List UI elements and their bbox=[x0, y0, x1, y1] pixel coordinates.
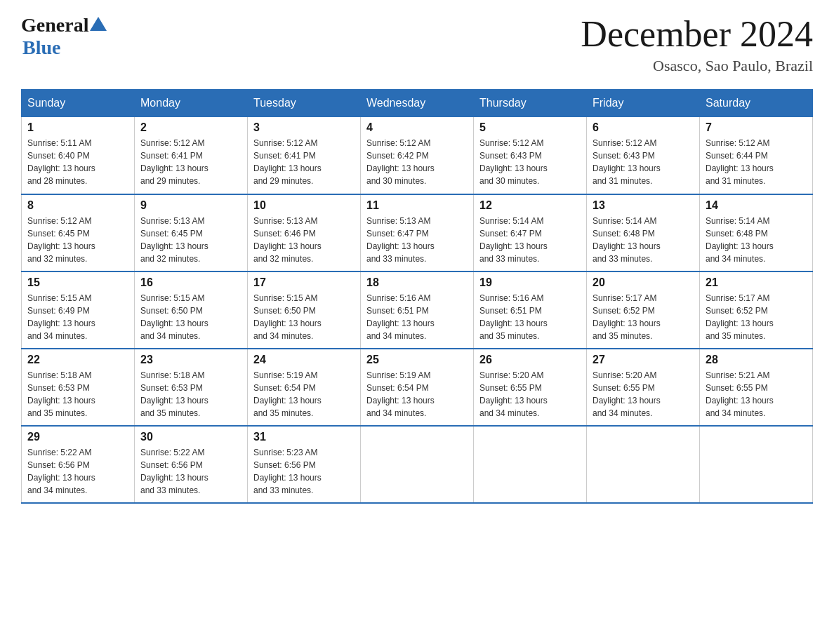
day-info: Sunrise: 5:16 AMSunset: 6:51 PMDaylight:… bbox=[479, 292, 581, 342]
calendar-day-cell: 3 Sunrise: 5:12 AMSunset: 6:41 PMDayligh… bbox=[248, 117, 361, 194]
calendar-header-row: SundayMondayTuesdayWednesdayThursdayFrid… bbox=[22, 90, 813, 117]
day-number: 8 bbox=[27, 199, 128, 212]
day-number: 9 bbox=[140, 199, 241, 212]
day-number: 20 bbox=[593, 276, 694, 289]
calendar-week-row: 1 Sunrise: 5:11 AMSunset: 6:40 PMDayligh… bbox=[22, 117, 813, 194]
day-number: 29 bbox=[27, 431, 128, 443]
day-number: 16 bbox=[140, 276, 241, 289]
calendar-day-cell: 26 Sunrise: 5:20 AMSunset: 6:55 PMDaylig… bbox=[474, 349, 587, 426]
day-number: 10 bbox=[253, 199, 355, 212]
day-info: Sunrise: 5:14 AMSunset: 6:47 PMDaylight:… bbox=[479, 215, 581, 265]
calendar-day-cell: 31 Sunrise: 5:23 AMSunset: 6:56 PMDaylig… bbox=[248, 426, 361, 503]
day-number: 26 bbox=[479, 354, 581, 366]
day-info: Sunrise: 5:15 AMSunset: 6:50 PMDaylight:… bbox=[140, 292, 241, 342]
day-info: Sunrise: 5:15 AMSunset: 6:50 PMDaylight:… bbox=[253, 292, 355, 342]
day-info: Sunrise: 5:15 AMSunset: 6:49 PMDaylight:… bbox=[27, 292, 128, 342]
title-section: December 2024 Osasco, Sao Paulo, Brazil bbox=[581, 14, 813, 75]
day-info: Sunrise: 5:13 AMSunset: 6:45 PMDaylight:… bbox=[140, 215, 241, 265]
day-info: Sunrise: 5:20 AMSunset: 6:55 PMDaylight:… bbox=[593, 369, 694, 420]
day-number: 28 bbox=[706, 354, 807, 366]
day-number: 3 bbox=[253, 121, 355, 134]
day-number: 2 bbox=[140, 121, 241, 134]
calendar-week-row: 22 Sunrise: 5:18 AMSunset: 6:53 PMDaylig… bbox=[22, 349, 813, 426]
day-info: Sunrise: 5:12 AMSunset: 6:41 PMDaylight:… bbox=[140, 137, 241, 187]
day-info: Sunrise: 5:12 AMSunset: 6:43 PMDaylight:… bbox=[593, 137, 694, 187]
calendar-day-cell: 23 Sunrise: 5:18 AMSunset: 6:53 PMDaylig… bbox=[135, 349, 248, 426]
calendar-day-cell: 11 Sunrise: 5:13 AMSunset: 6:47 PMDaylig… bbox=[361, 194, 474, 271]
logo: General Blue bbox=[21, 14, 107, 59]
day-info: Sunrise: 5:12 AMSunset: 6:43 PMDaylight:… bbox=[479, 137, 581, 187]
day-number: 13 bbox=[593, 199, 694, 212]
calendar-day-cell: 1 Sunrise: 5:11 AMSunset: 6:40 PMDayligh… bbox=[22, 117, 135, 194]
calendar-day-cell: 4 Sunrise: 5:12 AMSunset: 6:42 PMDayligh… bbox=[361, 117, 474, 194]
day-info: Sunrise: 5:14 AMSunset: 6:48 PMDaylight:… bbox=[706, 215, 807, 265]
logo-triangle-icon bbox=[90, 17, 107, 31]
location-text: Osasco, Sao Paulo, Brazil bbox=[581, 57, 813, 75]
calendar-day-cell: 9 Sunrise: 5:13 AMSunset: 6:45 PMDayligh… bbox=[135, 194, 248, 271]
calendar-day-cell: 10 Sunrise: 5:13 AMSunset: 6:46 PMDaylig… bbox=[248, 194, 361, 271]
calendar-day-cell: 2 Sunrise: 5:12 AMSunset: 6:41 PMDayligh… bbox=[135, 117, 248, 194]
calendar-day-cell: 28 Sunrise: 5:21 AMSunset: 6:55 PMDaylig… bbox=[700, 349, 813, 426]
day-info: Sunrise: 5:12 AMSunset: 6:42 PMDaylight:… bbox=[366, 137, 468, 187]
calendar-day-cell: 8 Sunrise: 5:12 AMSunset: 6:45 PMDayligh… bbox=[22, 194, 135, 271]
day-info: Sunrise: 5:17 AMSunset: 6:52 PMDaylight:… bbox=[593, 292, 694, 342]
calendar-week-row: 15 Sunrise: 5:15 AMSunset: 6:49 PMDaylig… bbox=[22, 271, 813, 349]
day-of-week-header: Wednesday bbox=[361, 90, 474, 117]
day-info: Sunrise: 5:12 AMSunset: 6:44 PMDaylight:… bbox=[706, 137, 807, 187]
day-info: Sunrise: 5:23 AMSunset: 6:56 PMDaylight:… bbox=[253, 446, 355, 497]
calendar-day-cell bbox=[700, 426, 813, 503]
calendar-week-row: 8 Sunrise: 5:12 AMSunset: 6:45 PMDayligh… bbox=[22, 194, 813, 271]
day-info: Sunrise: 5:18 AMSunset: 6:53 PMDaylight:… bbox=[27, 369, 128, 420]
day-of-week-header: Friday bbox=[587, 90, 700, 117]
day-info: Sunrise: 5:18 AMSunset: 6:53 PMDaylight:… bbox=[140, 369, 241, 420]
day-info: Sunrise: 5:21 AMSunset: 6:55 PMDaylight:… bbox=[706, 369, 807, 420]
day-number: 5 bbox=[479, 121, 581, 134]
day-number: 21 bbox=[706, 276, 807, 289]
logo-blue: Blue bbox=[22, 36, 60, 58]
calendar-day-cell: 12 Sunrise: 5:14 AMSunset: 6:47 PMDaylig… bbox=[474, 194, 587, 271]
calendar-day-cell: 22 Sunrise: 5:18 AMSunset: 6:53 PMDaylig… bbox=[22, 349, 135, 426]
calendar-day-cell: 17 Sunrise: 5:15 AMSunset: 6:50 PMDaylig… bbox=[248, 271, 361, 349]
calendar-day-cell: 25 Sunrise: 5:19 AMSunset: 6:54 PMDaylig… bbox=[361, 349, 474, 426]
day-number: 7 bbox=[706, 121, 807, 134]
page-header: General Blue December 2024 Osasco, Sao P… bbox=[21, 14, 813, 75]
day-number: 14 bbox=[706, 199, 807, 212]
day-number: 1 bbox=[27, 121, 128, 134]
day-number: 4 bbox=[366, 121, 468, 134]
day-number: 23 bbox=[140, 354, 241, 366]
day-number: 25 bbox=[366, 354, 468, 366]
calendar-day-cell bbox=[474, 426, 587, 503]
day-info: Sunrise: 5:19 AMSunset: 6:54 PMDaylight:… bbox=[253, 369, 355, 420]
day-info: Sunrise: 5:16 AMSunset: 6:51 PMDaylight:… bbox=[366, 292, 468, 342]
calendar-day-cell: 27 Sunrise: 5:20 AMSunset: 6:55 PMDaylig… bbox=[587, 349, 700, 426]
day-info: Sunrise: 5:22 AMSunset: 6:56 PMDaylight:… bbox=[27, 446, 128, 497]
day-of-week-header: Tuesday bbox=[248, 90, 361, 117]
calendar-day-cell bbox=[361, 426, 474, 503]
day-number: 31 bbox=[253, 431, 355, 443]
day-of-week-header: Monday bbox=[135, 90, 248, 117]
day-number: 17 bbox=[253, 276, 355, 289]
calendar-table: SundayMondayTuesdayWednesdayThursdayFrid… bbox=[21, 89, 813, 504]
day-info: Sunrise: 5:17 AMSunset: 6:52 PMDaylight:… bbox=[706, 292, 807, 342]
day-info: Sunrise: 5:20 AMSunset: 6:55 PMDaylight:… bbox=[479, 369, 581, 420]
calendar-day-cell: 19 Sunrise: 5:16 AMSunset: 6:51 PMDaylig… bbox=[474, 271, 587, 349]
day-info: Sunrise: 5:13 AMSunset: 6:46 PMDaylight:… bbox=[253, 215, 355, 265]
calendar-day-cell: 5 Sunrise: 5:12 AMSunset: 6:43 PMDayligh… bbox=[474, 117, 587, 194]
day-info: Sunrise: 5:11 AMSunset: 6:40 PMDaylight:… bbox=[27, 137, 128, 187]
calendar-day-cell: 18 Sunrise: 5:16 AMSunset: 6:51 PMDaylig… bbox=[361, 271, 474, 349]
calendar-week-row: 29 Sunrise: 5:22 AMSunset: 6:56 PMDaylig… bbox=[22, 426, 813, 503]
calendar-day-cell: 29 Sunrise: 5:22 AMSunset: 6:56 PMDaylig… bbox=[22, 426, 135, 503]
calendar-day-cell: 14 Sunrise: 5:14 AMSunset: 6:48 PMDaylig… bbox=[700, 194, 813, 271]
day-number: 27 bbox=[593, 354, 694, 366]
day-of-week-header: Sunday bbox=[22, 90, 135, 117]
month-title: December 2024 bbox=[581, 14, 813, 54]
day-number: 30 bbox=[140, 431, 241, 443]
day-of-week-header: Thursday bbox=[474, 90, 587, 117]
day-info: Sunrise: 5:22 AMSunset: 6:56 PMDaylight:… bbox=[140, 446, 241, 497]
day-info: Sunrise: 5:12 AMSunset: 6:45 PMDaylight:… bbox=[27, 215, 128, 265]
calendar-day-cell: 13 Sunrise: 5:14 AMSunset: 6:48 PMDaylig… bbox=[587, 194, 700, 271]
day-number: 12 bbox=[479, 199, 581, 212]
calendar-day-cell: 15 Sunrise: 5:15 AMSunset: 6:49 PMDaylig… bbox=[22, 271, 135, 349]
day-number: 15 bbox=[27, 276, 128, 289]
day-number: 11 bbox=[366, 199, 468, 212]
